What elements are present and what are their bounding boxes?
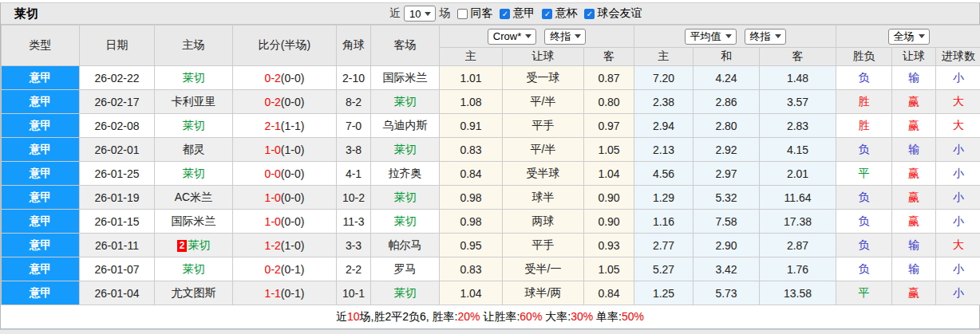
result-group-header: 全场 bbox=[836, 26, 980, 48]
corner-cell: 7-0 bbox=[337, 114, 371, 138]
summary-segment: 30% bbox=[571, 310, 593, 323]
home-team-cell: 莱切 bbox=[155, 257, 233, 281]
date-cell: 26-01-15 bbox=[80, 210, 155, 234]
scope-select[interactable]: 全场 bbox=[888, 29, 930, 45]
average-final-value: 终指 bbox=[750, 29, 771, 44]
league-cell: 意甲 bbox=[2, 138, 80, 162]
bookmaker-select[interactable]: Crow* bbox=[488, 29, 536, 45]
asian-away-odds: 0.97 bbox=[584, 114, 634, 138]
asian-handicap-line: 两球 bbox=[503, 210, 584, 234]
scope-value: 全场 bbox=[894, 29, 915, 44]
asian-handicap-line: 球半/两 bbox=[503, 281, 584, 305]
asian-away-odds: 1.05 bbox=[584, 257, 634, 281]
filter-checkbox[interactable]: ✓ bbox=[500, 9, 510, 19]
home-team-cell: 都灵 bbox=[155, 138, 233, 162]
date-cell: 26-01-25 bbox=[80, 162, 155, 186]
result-handicap: 输 bbox=[892, 138, 936, 162]
match-row: 意甲 26-02-01 都灵 1-0(1-0) 3-8 莱切 0.83 平/半 … bbox=[2, 138, 980, 162]
score-cell: 1-0(0-0) bbox=[233, 186, 337, 210]
asian-home-odds: 0.98 bbox=[440, 186, 503, 210]
away-team-name: 拉齐奥 bbox=[389, 167, 422, 179]
halftime-score: (0-0) bbox=[281, 191, 305, 204]
bookmaker-final-select[interactable]: 终指 bbox=[544, 29, 586, 45]
summary-segment: 大率: bbox=[542, 310, 571, 323]
asian-away-odds: 1.05 bbox=[584, 138, 634, 162]
corner-cell: 10-2 bbox=[337, 186, 371, 210]
col-header-corner: 角球 bbox=[337, 26, 371, 66]
halftime-score: (1-0) bbox=[281, 143, 305, 156]
euro-away-odds: 11.64 bbox=[760, 186, 836, 210]
average-final-select[interactable]: 终指 bbox=[745, 29, 786, 45]
filter-checkbox[interactable]: ✓ bbox=[457, 9, 468, 19]
chevron-down-icon bbox=[919, 34, 925, 38]
asian-home-odds: 1.01 bbox=[440, 66, 503, 90]
chevron-down-icon bbox=[725, 34, 732, 38]
halftime-score: (0-0) bbox=[281, 72, 305, 84]
asian-home-odds: 0.84 bbox=[440, 162, 503, 186]
result-handicap: 输 bbox=[892, 66, 936, 90]
match-row: 意甲 26-02-08 莱切 2-1(1-1) 7-0 乌迪内斯 0.91 平手… bbox=[2, 114, 980, 138]
euro-odds-group-header: 平均值 终指 bbox=[634, 26, 836, 48]
away-team-name: 莱切 bbox=[394, 214, 417, 227]
asian-home-odds: 0.83 bbox=[440, 257, 503, 281]
filter-checkbox[interactable]: ✓ bbox=[542, 9, 552, 19]
home-team-cell: 2莱切 bbox=[155, 234, 233, 257]
summary-stats: 近10场,胜2平2负6, 胜率:20% 让胜率:60% 大率:30% 单率:50… bbox=[1, 305, 979, 328]
home-team-name: 都灵 bbox=[183, 143, 205, 155]
date-cell: 26-02-08 bbox=[80, 114, 155, 138]
filter-checkbox[interactable]: ✓ bbox=[584, 9, 595, 19]
score-cell: 0-2(0-0) bbox=[233, 90, 337, 114]
euro-draw-odds: 3.42 bbox=[694, 257, 760, 281]
recent-matches-select[interactable]: 10 bbox=[404, 6, 436, 22]
league-cell: 意甲 bbox=[2, 257, 80, 281]
filter-item[interactable]: ✓ 同客 bbox=[457, 6, 492, 21]
bookmaker-value: Crow* bbox=[493, 30, 521, 42]
league-cell: 意甲 bbox=[2, 186, 80, 210]
fulltime-score: 0-0 bbox=[265, 167, 281, 180]
match-row: 意甲 26-01-07 莱切 0-2(0-1) 2-2 罗马 0.83 受半/一… bbox=[2, 257, 980, 281]
home-team-name: 莱切 bbox=[183, 71, 205, 84]
score-cell: 2-1(1-1) bbox=[233, 114, 337, 138]
match-row: 意甲 26-01-11 2莱切 1-2(1-0) 3-3 帕尔马 0.95 平手… bbox=[2, 234, 980, 257]
corner-cell: 2-10 bbox=[337, 66, 371, 90]
result-goals: 小 bbox=[936, 210, 980, 234]
filter-item[interactable]: ✓ 意甲 bbox=[500, 6, 535, 21]
euro-home-odds: 1.25 bbox=[634, 281, 694, 305]
home-team-name: 莱切 bbox=[183, 167, 205, 179]
bookmaker-final-value: 终指 bbox=[550, 29, 571, 44]
average-select[interactable]: 平均值 bbox=[685, 29, 737, 45]
home-team-name: 卡利亚里 bbox=[172, 95, 216, 108]
col-header-asian-away: 客 bbox=[584, 48, 634, 66]
asian-away-odds: 0.87 bbox=[584, 66, 634, 90]
average-value: 平均值 bbox=[690, 29, 721, 44]
result-wdl: 负 bbox=[836, 66, 892, 90]
date-cell: 26-01-19 bbox=[80, 186, 155, 210]
col-header-wdl: 胜负 bbox=[836, 48, 892, 66]
result-goals: 小 bbox=[936, 162, 980, 186]
asian-handicap-line: 平手 bbox=[503, 234, 584, 257]
result-handicap: 输 bbox=[892, 234, 936, 257]
asian-home-odds: 1.08 bbox=[440, 90, 503, 114]
summary-segment: 场,胜2平2负6, 胜率: bbox=[360, 310, 458, 323]
col-header-away: 客场 bbox=[371, 26, 440, 66]
fulltime-score: 1-0 bbox=[265, 215, 281, 228]
filter-item[interactable]: ✓ 球会友谊 bbox=[584, 6, 642, 21]
league-cell: 意甲 bbox=[2, 90, 80, 114]
asian-handicap-line: 受半球 bbox=[503, 162, 584, 186]
score-cell: 1-1(0-1) bbox=[233, 281, 337, 305]
fulltime-score: 0-2 bbox=[265, 72, 281, 84]
result-goals: 小 bbox=[936, 186, 980, 210]
result-wdl: 胜 bbox=[836, 90, 892, 114]
euro-away-odds: 17.38 bbox=[760, 210, 836, 234]
euro-home-odds: 4.56 bbox=[634, 162, 694, 186]
filter-item[interactable]: ✓ 意杯 bbox=[542, 6, 577, 21]
halftime-score: (1-1) bbox=[281, 120, 305, 132]
home-team-cell: 尤文图斯 bbox=[155, 281, 233, 305]
euro-home-odds: 7.20 bbox=[634, 66, 694, 90]
euro-draw-odds: 4.24 bbox=[694, 66, 760, 90]
result-wdl: 负 bbox=[836, 234, 892, 257]
col-header-asian-line: 让球 bbox=[503, 48, 584, 66]
away-team-name: 莱切 bbox=[394, 286, 417, 299]
league-cell: 意甲 bbox=[2, 66, 80, 90]
result-wdl: 负 bbox=[836, 257, 892, 281]
